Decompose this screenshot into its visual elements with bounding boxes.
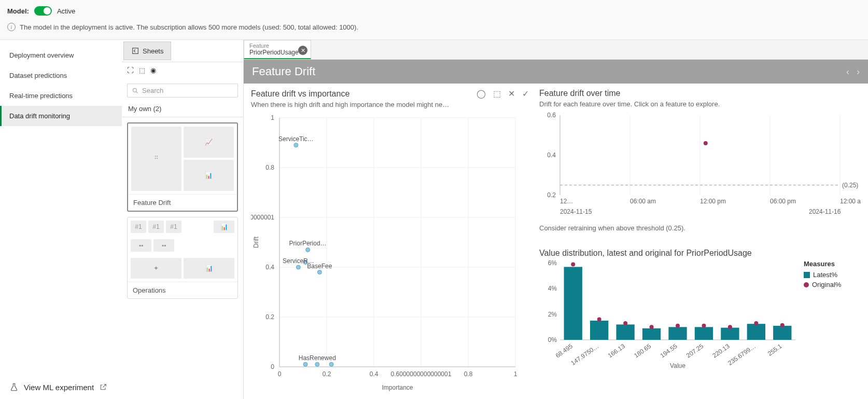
svg-text:0.6000000000000001: 0.6000000000000001 [391,370,452,378]
svg-text:12:00 am: 12:00 am [840,198,861,205]
view-ml-experiment[interactable]: View ML experiment [9,382,107,392]
rank-icon: #1 [166,221,181,233]
svg-text:HasRenewed: HasRenewed [299,354,336,362]
svg-rect-90 [773,326,791,340]
svg-rect-84 [721,328,739,340]
model-toggle[interactable] [34,6,52,16]
time-svg[interactable]: 0.20.40.612…06:00 am12:00 pm06:00 pm12:0… [539,112,861,221]
right-charts: Feature drift over time Drift for each f… [539,89,861,394]
svg-point-60 [704,141,708,145]
svg-point-73 [623,321,627,325]
svg-text:255.1: 255.1 [766,342,783,357]
svg-point-76 [650,325,654,329]
select-icon[interactable]: ⬚ [493,89,501,99]
svg-point-79 [676,324,680,328]
bar-icon: ▪▪ [131,239,151,252]
focus-icon[interactable]: ◉ [150,66,156,74]
svg-rect-75 [642,328,661,340]
confirm-icon[interactable]: ✓ [522,89,529,99]
thumb-bar-icon: 📊 [184,160,234,191]
svg-point-85 [728,325,732,329]
svg-text:0.2: 0.2 [323,370,331,378]
svg-point-32 [296,265,300,269]
model-status-row: Model: Active [0,0,868,19]
chart-icon: 📊 [184,258,234,279]
svg-text:0: 0 [271,363,274,370]
svg-point-38 [303,362,307,366]
page-title-bar: Feature Drift ‹ › [244,60,868,84]
sheets-tab-myown[interactable]: My own (2) [122,101,243,117]
lasso-icon[interactable]: ◯ [477,89,486,99]
info-icon: i [7,23,16,31]
svg-rect-81 [695,327,713,340]
svg-text:0.6: 0.6 [547,112,556,119]
svg-text:147.9750…: 147.9750… [570,342,600,367]
thumb-scatter-icon: ⠛ [131,127,181,191]
close-icon[interactable]: ✕ [298,46,307,55]
nav-deployment-overview[interactable]: Deployment overview [0,45,122,65]
svg-text:180.65: 180.65 [633,342,652,360]
svg-text:4%: 4% [548,285,557,292]
svg-text:0.6000000000000001: 0.6000000000000001 [251,214,274,221]
svg-point-0 [133,88,136,92]
rank-icon: #1 [148,221,164,233]
svg-text:0.8: 0.8 [464,370,473,378]
model-label: Model: [7,7,29,15]
svg-text:0.4: 0.4 [370,370,379,378]
svg-text:(0.25): (0.25) [842,182,858,189]
svg-text:2024-11-16: 2024-11-16 [809,208,841,215]
chevron-right-icon[interactable]: › [857,66,860,77]
svg-point-34 [317,270,321,274]
svg-text:0: 0 [278,370,282,378]
svg-text:12…: 12… [560,198,573,205]
lasso-icon[interactable]: ⬚ [139,66,145,74]
search-input[interactable]: Search [127,84,238,98]
svg-text:0.4: 0.4 [265,264,274,271]
svg-text:68.495: 68.495 [554,342,574,360]
svg-rect-66 [564,267,582,340]
dist-svg[interactable]: 0%2%4%6%68.495147.9750…166.13180.65194.5… [539,260,799,369]
cancel-icon[interactable]: ✕ [508,89,515,99]
selection-bar: Feature PriorPeriodUsage ✕ [244,40,868,60]
select-all-icon[interactable]: ⛶ [127,66,134,74]
svg-text:235.6799…: 235.6799… [726,342,757,367]
svg-text:1: 1 [271,114,274,121]
sheets-button[interactable]: Sheets [123,42,171,60]
svg-point-82 [702,324,706,328]
thumb-line-icon: 📈 [184,127,234,158]
svg-point-67 [571,262,575,266]
left-nav: Deployment overview Dataset predictions … [0,40,122,399]
svg-point-39 [329,362,333,366]
svg-text:207.25: 207.25 [685,342,705,360]
page-title: Feature Drift [252,65,315,78]
svg-rect-87 [747,324,765,340]
svg-text:ServiceTic…: ServiceTic… [278,135,314,143]
chart-icon: 📊 [214,221,234,233]
svg-text:0.2: 0.2 [547,191,556,199]
svg-text:Value: Value [670,362,685,369]
sheet-thumb-feature-drift[interactable]: ⠛ 📈 📊 Feature Drift [127,122,238,212]
svg-text:1: 1 [514,370,517,378]
flask-icon [9,382,19,392]
scatter-chart[interactable]: Feature drift vs importance ◯ ⬚ ✕ ✓ When… [251,89,529,394]
feature-selection-chip[interactable]: Feature PriorPeriodUsage ✕ [244,40,311,59]
svg-text:06:00 pm: 06:00 pm [770,198,796,205]
nav-data-drift[interactable]: Data drift monitoring [0,106,122,126]
legend: Measures Latest% Original% [804,260,841,369]
rank-icon: #1 [131,221,146,233]
model-status: Active [57,7,75,15]
sheets-panel: Sheets ⛶ ⬚ ◉ Search My own (2) ⠛ 📈 📊 Fea… [122,40,244,399]
svg-text:06:00 am: 06:00 am [630,198,656,205]
chevron-left-icon[interactable]: ‹ [846,66,849,77]
svg-text:0.4: 0.4 [547,152,556,159]
collapse-icon [131,47,139,55]
nav-dataset-predictions[interactable]: Dataset predictions [0,65,122,86]
sheet-thumb-operations[interactable]: #1 #1 #1 📊 ▪▪ ▪▪ ✦ 📊 Operations [127,217,238,299]
nav-realtime-predictions[interactable]: Real-time predictions [0,86,122,106]
svg-rect-69 [590,321,608,340]
svg-text:PriorPeriod…: PriorPeriod… [289,240,327,247]
svg-text:0%: 0% [548,336,557,343]
svg-point-91 [780,323,785,327]
svg-text:2024-11-15: 2024-11-15 [560,208,592,215]
svg-text:12:00 pm: 12:00 pm [700,198,726,205]
